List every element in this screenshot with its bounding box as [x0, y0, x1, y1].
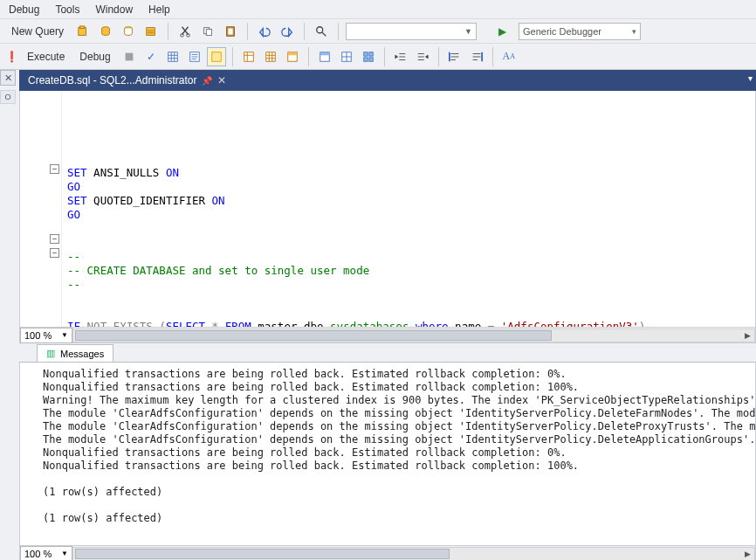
svg-rect-1: [80, 25, 85, 28]
view-icon-2[interactable]: [337, 47, 356, 66]
chevron-down-icon: ▾: [632, 27, 636, 36]
database-combo[interactable]: ▼: [346, 23, 477, 40]
svg-rect-8: [206, 29, 211, 35]
view-icon-1[interactable]: [315, 47, 334, 66]
messages-tab-label: Messages: [60, 349, 104, 359]
svg-rect-15: [211, 52, 221, 61]
new-query-button[interactable]: New Query: [5, 22, 70, 41]
actual-plan-icon[interactable]: [207, 47, 226, 66]
debug-button[interactable]: Debug: [73, 47, 116, 66]
fold-toggle[interactable]: −: [50, 248, 59, 258]
undo-icon[interactable]: [255, 22, 274, 41]
sql-editor[interactable]: − − − SET ANSI_NULLS ON GO SET QUOTED_ID…: [20, 91, 755, 327]
debugger-combo-label: Generic Debugger: [523, 26, 601, 37]
play-continue-icon[interactable]: ▶: [492, 22, 512, 41]
db-icon-4[interactable]: [141, 22, 161, 41]
code-token: 'AdfsConfigurationV3': [501, 320, 639, 327]
comment-icon[interactable]: [445, 47, 464, 66]
messages-icon: ▥: [46, 348, 55, 359]
zoom-value: 100 %: [24, 549, 52, 559]
chevron-down-icon: ▼: [464, 27, 472, 36]
svg-rect-24: [369, 52, 373, 55]
debugger-combo[interactable]: Generic Debugger▾: [519, 23, 641, 40]
close-tab-icon[interactable]: ✕: [217, 74, 226, 86]
outdent-icon[interactable]: [391, 47, 410, 66]
code-token: .: [297, 320, 304, 327]
code-token: name: [449, 320, 488, 327]
copy-icon[interactable]: [198, 22, 217, 41]
menu-debug[interactable]: Debug: [9, 3, 39, 16]
svg-rect-4: [147, 27, 155, 35]
font-size-icon[interactable]: AA: [499, 47, 519, 66]
open-db-icon[interactable]: [73, 22, 93, 41]
editor-pane: − − − SET ANSI_NULLS ON GO SET QUOTED_ID…: [19, 91, 756, 343]
table-icon-3[interactable]: [283, 47, 302, 66]
code-token: master: [251, 320, 298, 327]
code-token: FROM: [225, 320, 251, 327]
fold-toggle[interactable]: −: [50, 164, 59, 174]
chevron-down-icon: ▼: [61, 550, 68, 557]
code-comment: --: [67, 250, 80, 263]
cut-icon[interactable]: [175, 22, 195, 41]
document-tab[interactable]: CreateDB.sql - SQL2...Administrator 📌 ✕: [19, 70, 235, 91]
svg-rect-26: [369, 57, 373, 60]
menu-tools[interactable]: Tools: [55, 3, 79, 16]
scroll-thumb[interactable]: [75, 330, 552, 341]
svg-point-11: [317, 26, 323, 32]
db-icon-3[interactable]: [119, 22, 138, 41]
code-token: GO: [67, 180, 80, 193]
menu-help[interactable]: Help: [148, 3, 170, 16]
db-icon-2[interactable]: [96, 22, 115, 41]
svg-rect-21: [320, 52, 329, 55]
code-token: IF: [67, 320, 80, 327]
messages-hscrollbar[interactable]: ◀ ▶: [72, 547, 755, 561]
zoom-combo[interactable]: 100 %▼: [20, 328, 72, 343]
parse-check-icon[interactable]: ✓: [141, 47, 161, 66]
left-edge-tab[interactable]: O: [0, 90, 16, 104]
code-token: SET: [67, 194, 87, 207]
panel-close-button[interactable]: ✕: [0, 70, 16, 86]
svg-rect-25: [363, 57, 367, 60]
indent-icon[interactable]: [413, 47, 432, 66]
scroll-right-icon[interactable]: ▶: [740, 548, 754, 560]
document-tabstrip: CreateDB.sql - SQL2...Administrator 📌 ✕ …: [19, 70, 756, 91]
table-icon-1[interactable]: [239, 47, 258, 66]
messages-tab[interactable]: ▥ Messages: [37, 344, 113, 362]
main-toolbar: New Query ▼ ▶ Generic Debugger▾: [0, 19, 756, 44]
find-icon[interactable]: [312, 22, 331, 41]
menu-window[interactable]: Window: [95, 3, 133, 16]
code-token: sysdatabases: [330, 320, 416, 327]
tab-overflow-icon[interactable]: ▾: [748, 73, 753, 83]
uncomment-icon[interactable]: [467, 47, 486, 66]
results-text-icon[interactable]: [185, 47, 204, 66]
code-token: .: [324, 320, 331, 327]
svg-rect-17: [265, 52, 275, 61]
redo-icon[interactable]: [278, 22, 297, 41]
code-token: *: [205, 320, 225, 327]
messages-output[interactable]: Nonqualified transactions are being roll…: [19, 363, 756, 546]
code-token: GO: [67, 208, 80, 221]
fold-toggle[interactable]: −: [50, 234, 59, 244]
execute-button[interactable]: Execute: [21, 47, 71, 66]
editor-hscrollbar[interactable]: ◀ ▶: [72, 328, 755, 342]
pin-icon[interactable]: 📌: [202, 76, 212, 86]
menu-bar: Debug Tools Window Help: [0, 0, 756, 19]
code-token: SET: [67, 166, 87, 179]
scroll-thumb[interactable]: [75, 549, 450, 559]
tab-title: CreateDB.sql - SQL2...Administrator: [28, 74, 196, 86]
code-token: EXISTS: [107, 320, 159, 327]
code-token: [494, 320, 501, 327]
code-token: (: [159, 320, 166, 327]
results-grid-icon[interactable]: [163, 47, 182, 66]
paste-icon[interactable]: [221, 22, 240, 41]
chevron-down-icon: ▼: [61, 331, 68, 339]
code-token: SELECT: [166, 320, 205, 327]
code-comment: -- CREATE DATABASE and set to single use…: [67, 264, 369, 277]
scroll-right-icon[interactable]: ▶: [740, 329, 754, 342]
stop-icon[interactable]: [120, 47, 139, 66]
table-icon-2[interactable]: [261, 47, 280, 66]
query-toolbar: ❗ Execute Debug ✓ AA: [0, 44, 756, 70]
view-icon-3[interactable]: [359, 47, 378, 66]
messages-zoom-combo[interactable]: 100 %▼: [20, 546, 72, 561]
svg-rect-13: [168, 52, 177, 61]
